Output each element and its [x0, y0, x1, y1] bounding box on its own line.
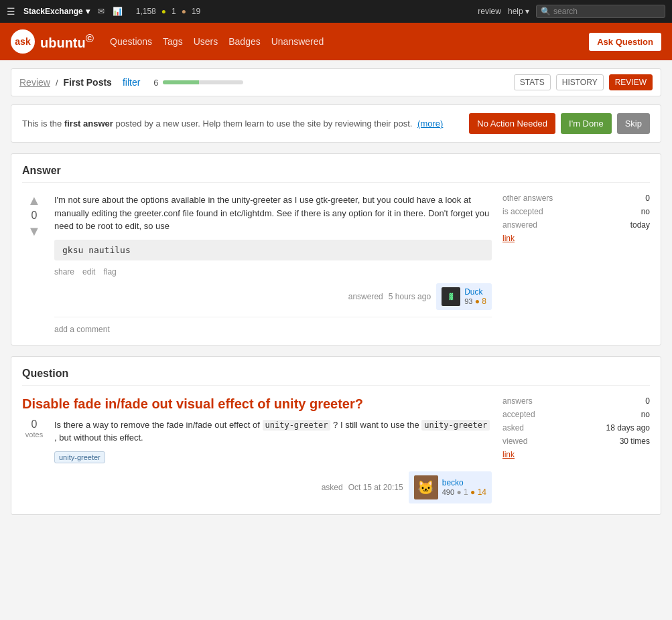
q-asked-item: asked 18 days ago: [502, 423, 650, 433]
search-box: 🔍: [536, 5, 665, 18]
review-filter-link[interactable]: filter: [123, 77, 140, 88]
search-icon: 🔍: [541, 7, 551, 16]
no-action-needed-button[interactable]: No Action Needed: [469, 113, 555, 134]
q-accepted-item: accepted no: [502, 410, 650, 419]
edit-link[interactable]: edit: [82, 267, 95, 277]
ask-question-button[interactable]: Ask Question: [589, 33, 661, 51]
q-viewed-item: viewed 30 times: [502, 437, 650, 446]
site-header: ask ubuntu© Questions Tags Users Badges …: [0, 23, 672, 60]
answer-text: I'm not sure about the options available…: [54, 193, 492, 233]
q-link-item: link: [502, 450, 650, 459]
other-answers-label: other answers: [502, 193, 553, 203]
answer-body: I'm not sure about the options available…: [54, 193, 492, 334]
stats-button[interactable]: STATS: [514, 74, 551, 90]
asker-bronze-badge: ● 14: [470, 487, 486, 497]
answered-sidebar-label: answered: [502, 220, 537, 230]
brand-label: StackExchange: [23, 7, 83, 16]
share-link[interactable]: share: [54, 267, 74, 277]
asked-date: Oct 15 at 20:15: [348, 483, 403, 492]
review-header: Review / First Posts filter 6 STATS HIST…: [11, 68, 661, 96]
help-link[interactable]: help ▾: [508, 7, 529, 16]
gold-count: 1: [172, 7, 176, 16]
post-divider: [54, 317, 492, 317]
answer-sidebar: other answers 0 is accepted no answered …: [502, 193, 650, 334]
site-logo[interactable]: ask ubuntu©: [11, 29, 94, 54]
vote-count: 0: [31, 210, 38, 222]
question-link[interactable]: link: [502, 450, 515, 459]
progress-bar-fill: [163, 80, 199, 84]
search-input[interactable]: [553, 7, 661, 16]
time-ago: 5 hours ago: [389, 292, 431, 301]
nav-badges[interactable]: Badges: [228, 36, 260, 47]
inbox-icon[interactable]: ✉: [98, 7, 105, 16]
question-main: Disable fade in/fade out visual effect o…: [22, 396, 492, 503]
top-bar: ☰ StackExchange ▾ ✉ 📊 1,158 ● 1 ● 19 rev…: [0, 0, 672, 23]
review-breadcrumb-link[interactable]: Review: [19, 77, 50, 88]
question-section-title: Question: [22, 368, 650, 386]
answerer-name[interactable]: Duck: [464, 287, 486, 297]
add-comment-link[interactable]: add a comment: [54, 325, 110, 334]
tag-unity-greeter[interactable]: unity-greeter: [54, 451, 105, 463]
vote-down-button[interactable]: ▼: [27, 224, 41, 238]
asker-silver-badge: ● 1: [456, 487, 468, 497]
answerer-card: ▓ Duck 93 ● 8: [436, 283, 492, 310]
vote-up-button[interactable]: ▲: [27, 193, 41, 207]
info-banner-buttons: No Action Needed I'm Done Skip: [469, 113, 650, 134]
info-suffix: posted by a new user. Help them learn to…: [115, 119, 412, 129]
other-answers-value: 0: [645, 193, 650, 203]
hamburger-icon[interactable]: ☰: [7, 6, 15, 17]
question-content: Disable fade in/fade out visual effect o…: [22, 396, 650, 503]
question-section: Question Disable fade in/fade out visual…: [11, 356, 661, 515]
review-action-buttons: STATS HISTORY REVIEW: [514, 74, 653, 90]
answer-link[interactable]: link: [502, 234, 515, 243]
chevron-down-icon: ▾: [86, 7, 90, 16]
info-banner-text: This is the first answer posted by a new…: [22, 119, 469, 129]
other-answers-item: other answers 0: [502, 193, 650, 203]
skip-button[interactable]: Skip: [617, 113, 650, 134]
asker-card: 🐱 becko 490 ● 1 ● 14: [409, 471, 492, 503]
progress-bar: [163, 80, 243, 84]
logo-circle: ask: [11, 29, 35, 54]
answerer-rep: 93: [464, 297, 472, 305]
review-section-title: First Posts: [64, 77, 112, 88]
answerer-avatar: ▓: [442, 287, 460, 306]
im-done-button[interactable]: I'm Done: [561, 113, 612, 134]
answerer-bronze-badge: ● 8: [475, 297, 486, 306]
answered-sidebar-value: today: [630, 220, 650, 230]
code-content: gksu nautilus: [62, 245, 131, 255]
post-meta: answered 5 hours ago ▓ Duck 93 ● 8: [54, 283, 492, 310]
main-container: Review / First Posts filter 6 STATS HIST…: [0, 60, 672, 534]
review-button[interactable]: REVIEW: [609, 74, 653, 90]
logo-text: ask: [15, 36, 30, 47]
answer-post: ▲ 0 ▼ I'm not sure about the options ava…: [22, 193, 492, 334]
asker-rep: 490: [442, 488, 454, 496]
q-viewed-value: 30 times: [620, 437, 650, 446]
q-answers-value: 0: [645, 396, 650, 406]
review-link[interactable]: review: [478, 7, 501, 16]
vote-cell: ▲ 0 ▼: [22, 193, 46, 334]
answer-section: Answer ▲ 0 ▼ I'm not sure about the opti…: [11, 153, 661, 345]
nav-tags[interactable]: Tags: [163, 36, 183, 47]
history-button[interactable]: HISTORY: [556, 74, 604, 90]
asker-name[interactable]: becko: [442, 478, 486, 487]
code-block: gksu nautilus: [54, 240, 492, 260]
question-text: Is there a way to remove the fade in/fad…: [54, 418, 492, 445]
flag-link[interactable]: flag: [103, 267, 116, 277]
question-post: 0 votes Is there a way to remove the fad…: [22, 418, 492, 503]
answered-item: answered today: [502, 220, 650, 230]
question-meta: asked Oct 15 at 20:15 🐱 becko 490 ● 1 ● …: [54, 471, 492, 503]
info-more-link[interactable]: (more): [417, 119, 443, 129]
achievements-icon[interactable]: 📊: [113, 7, 123, 16]
question-vote-cell: 0 votes: [22, 418, 46, 503]
q-answers-item: answers 0: [502, 396, 650, 406]
is-accepted-item: is accepted no: [502, 207, 650, 216]
post-actions: share edit flag: [54, 267, 492, 277]
stackexchange-brand[interactable]: StackExchange ▾: [23, 7, 90, 16]
tags-area: unity-greeter: [54, 451, 492, 463]
is-accepted-label: is accepted: [502, 207, 543, 216]
q-asked-label: asked: [502, 423, 524, 433]
nav-questions[interactable]: Questions: [110, 36, 152, 47]
nav-unanswered[interactable]: Unanswered: [271, 36, 324, 47]
info-prefix: This is the: [22, 119, 62, 129]
nav-users[interactable]: Users: [194, 36, 218, 47]
